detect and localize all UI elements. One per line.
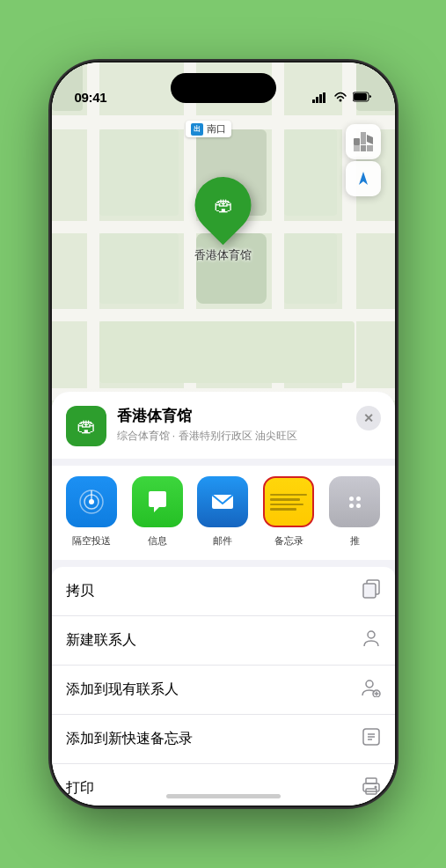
print-icon	[362, 776, 381, 800]
action-list: 拷贝 新建联系人 添加到现有联系人	[52, 567, 395, 805]
airdrop-label: 隔空投送	[72, 534, 111, 548]
signal-icon	[312, 92, 328, 105]
more-dot-4	[356, 504, 361, 508]
more-dot-row-2	[349, 504, 361, 508]
map-area: 出 南口 🏟 香港体育馆	[52, 63, 395, 441]
more-label: 推	[350, 534, 360, 548]
phone-screen: 09:41	[52, 63, 395, 805]
add-existing-label: 添加到现有联系人	[66, 680, 179, 699]
notes-label: 备忘录	[274, 534, 303, 548]
venue-marker: 🏟 香港体育馆	[194, 177, 252, 263]
message-label: 信息	[148, 534, 167, 548]
new-contact-icon	[362, 629, 381, 652]
notes-line-1	[270, 494, 307, 497]
quick-note-label: 添加到新快速备忘录	[66, 730, 193, 748]
svg-point-4	[339, 99, 341, 102]
venue-description: 综合体育馆 · 香港特别行政区 油尖旺区	[117, 429, 346, 444]
more-dot-3	[349, 504, 354, 508]
share-icons-row: 隔空投送 信息 邮件	[52, 466, 395, 560]
action-new-contact[interactable]: 新建联系人	[52, 616, 395, 666]
svg-rect-7	[354, 138, 360, 145]
map-label-icon: 出	[191, 123, 203, 136]
svg-rect-6	[354, 93, 367, 100]
share-airdrop[interactable]: 隔空投送	[59, 476, 125, 548]
share-more[interactable]: 推	[322, 476, 388, 548]
map-label-text: 南口	[207, 122, 226, 136]
action-copy[interactable]: 拷贝	[52, 567, 395, 616]
mail-label: 邮件	[213, 534, 232, 548]
venue-pin-inner: 🏟	[214, 194, 233, 217]
more-icon	[329, 476, 380, 527]
svg-marker-10	[354, 145, 360, 151]
map-label: 出 南口	[186, 121, 231, 137]
wifi-icon	[333, 92, 347, 105]
svg-marker-8	[361, 132, 366, 144]
svg-rect-3	[323, 92, 325, 103]
dynamic-island	[171, 73, 276, 103]
location-button[interactable]	[346, 161, 381, 196]
share-notes[interactable]: 备忘录	[256, 476, 322, 548]
action-add-existing[interactable]: 添加到现有联系人	[52, 666, 395, 715]
home-indicator	[166, 794, 281, 798]
venue-label-text: 香港体育馆	[194, 247, 252, 263]
svg-point-21	[366, 680, 373, 688]
svg-marker-12	[367, 145, 373, 151]
bottom-sheet: 🏟 香港体育馆 综合体育馆 · 香港特别行政区 油尖旺区 ✕ 隔空投送	[52, 392, 395, 805]
action-print[interactable]: 打印	[52, 764, 395, 805]
notes-lines-decoration	[265, 487, 312, 518]
map-type-button[interactable]	[346, 124, 381, 159]
more-dot-1	[349, 497, 354, 501]
venue-icon-small: 🏟	[66, 406, 106, 446]
more-dot-2	[356, 497, 361, 501]
status-time: 09:41	[75, 90, 107, 105]
copy-label: 拷贝	[66, 582, 94, 600]
close-button[interactable]: ✕	[356, 406, 381, 430]
svg-point-32	[374, 786, 377, 789]
add-existing-icon	[362, 678, 381, 702]
print-label: 打印	[66, 779, 94, 798]
svg-point-20	[368, 631, 375, 638]
copy-icon	[362, 579, 381, 603]
phone-frame: 09:41	[52, 63, 395, 805]
venue-name: 香港体育馆	[117, 406, 346, 426]
svg-marker-11	[361, 145, 366, 151]
notes-line-3	[270, 504, 303, 506]
action-quick-note[interactable]: 添加到新快速备忘录	[52, 715, 395, 764]
svg-rect-19	[363, 584, 376, 598]
svg-marker-9	[367, 135, 373, 144]
more-dot-row-1	[349, 497, 361, 501]
venue-pin: 🏟	[183, 166, 263, 246]
quick-note-icon	[362, 727, 381, 751]
share-mail[interactable]: 邮件	[190, 476, 256, 548]
notes-line-2	[270, 498, 300, 501]
svg-rect-29	[366, 778, 377, 783]
battery-icon	[353, 92, 372, 105]
mail-icon	[197, 476, 248, 527]
svg-rect-1	[316, 97, 318, 103]
new-contact-label: 新建联系人	[66, 631, 136, 650]
venue-text: 香港体育馆 综合体育馆 · 香港特别行政区 油尖旺区	[117, 406, 346, 444]
notes-icon	[263, 476, 314, 527]
map-controls	[346, 124, 381, 196]
share-message[interactable]: 信息	[124, 476, 190, 548]
message-icon	[132, 476, 183, 527]
airdrop-icon	[66, 476, 117, 527]
svg-rect-2	[319, 94, 322, 103]
status-icons	[312, 92, 372, 105]
venue-info-header: 🏟 香港体育馆 综合体育馆 · 香港特别行政区 油尖旺区 ✕	[52, 392, 395, 459]
notes-line-4	[270, 508, 296, 511]
svg-rect-0	[312, 99, 315, 103]
